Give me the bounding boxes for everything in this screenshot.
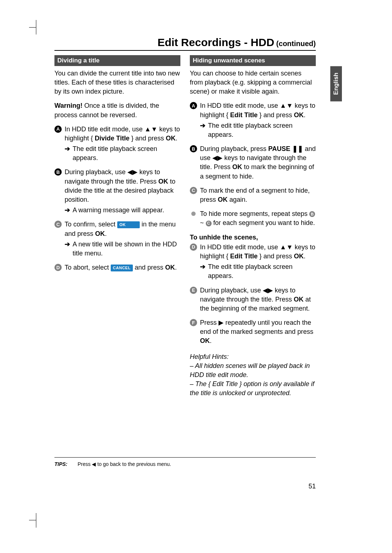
step-number-icon: A xyxy=(190,102,197,109)
step-6: F Press ▶ repeatedly until you reach the… xyxy=(190,318,316,346)
right-column: Hiding unwanted scenes You can choose to… xyxy=(190,55,316,398)
language-tab: English xyxy=(330,66,342,101)
step-4: D In HDD title edit mode, use ▲▼ keys to… xyxy=(190,243,316,281)
helpful-hints: Helpful Hints: – All hidden scenes will … xyxy=(190,352,316,398)
unhide-subheading: To unhide the scenes, xyxy=(190,233,316,242)
crop-mark-top-left xyxy=(29,20,36,34)
step-number-icon: B xyxy=(54,168,62,176)
ok-chip-icon: OK xyxy=(117,221,140,228)
intro-text: You can choose to hide certain scenes fr… xyxy=(190,69,316,97)
result-arrow-icon: ➔ xyxy=(200,121,205,130)
page-title-continued: (continued) xyxy=(274,40,316,48)
step-number-icon: C xyxy=(190,187,197,194)
step-5: E During playback, use ◀▶ keys to naviga… xyxy=(190,286,316,314)
step-1: A In HDD title edit mode, use ▲▼ keys to… xyxy=(190,101,316,139)
section-heading-dividing: Dividing a title xyxy=(54,55,180,66)
left-icon: ◀ xyxy=(92,461,96,467)
page-title-bar: Edit Recordings - HDD (continued) xyxy=(54,36,316,51)
result-arrow-icon: ➔ xyxy=(200,262,205,271)
step-2: B During playback, use ◀▶ keys to naviga… xyxy=(54,168,180,215)
left-right-icon: ◀▶ xyxy=(212,154,222,161)
inline-step-ref-icon: C xyxy=(206,221,212,226)
up-down-icon: ▲▼ xyxy=(280,102,293,109)
step-3: C To mark the end of a segment to hide, … xyxy=(190,186,316,204)
page-content: Edit Recordings - HDD (continued) Englis… xyxy=(54,36,316,398)
up-down-icon: ▲▼ xyxy=(280,243,293,251)
result-arrow-icon: ➔ xyxy=(65,206,70,215)
bullet-step: To hide more segments, repeat steps B ~ … xyxy=(190,209,316,228)
warning-text: Warning! Once a title is divided, the pr… xyxy=(54,101,180,119)
crop-mark-bottom-left xyxy=(29,513,36,528)
pause-icon: ❚❚ xyxy=(292,145,303,152)
right-icon: ▶ xyxy=(219,319,224,326)
step-3: C To confirm, select OK in the menu and … xyxy=(54,220,180,258)
section-heading-hiding: Hiding unwanted scenes xyxy=(190,55,316,66)
inline-step-ref-icon: B xyxy=(309,211,315,217)
bullet-icon xyxy=(191,212,196,216)
cancel-chip-icon: CANCEL xyxy=(111,265,133,271)
step-1: A In HDD title edit mode, use ▲▼ keys to… xyxy=(54,125,180,163)
result-arrow-icon: ➔ xyxy=(65,240,70,249)
intro-text: You can divide the current title into tw… xyxy=(54,69,180,97)
left-column: Dividing a title You can divide the curr… xyxy=(54,55,180,398)
step-number-icon: D xyxy=(54,264,62,271)
tips-footer: TIPS: Press ◀ to go back to the previous… xyxy=(54,457,316,467)
up-down-icon: ▲▼ xyxy=(144,126,158,133)
page-number: 51 xyxy=(54,483,316,490)
tips-label: TIPS: xyxy=(54,461,68,467)
page-title: Edit Recordings - HDD xyxy=(158,36,274,48)
step-2: B During playback, press PAUSE ❚❚ and us… xyxy=(190,144,316,181)
step-4: D To abort, select CANCEL and press OK. xyxy=(54,263,180,272)
step-number-icon: B xyxy=(190,145,197,152)
left-right-icon: ◀▶ xyxy=(127,168,138,176)
left-right-icon: ◀▶ xyxy=(263,287,273,294)
result-arrow-icon: ➔ xyxy=(65,144,70,153)
step-number-icon: D xyxy=(190,243,197,251)
step-number-icon: C xyxy=(54,221,62,228)
step-number-icon: F xyxy=(190,319,197,326)
step-number-icon: A xyxy=(54,126,62,133)
step-number-icon: E xyxy=(190,287,197,294)
